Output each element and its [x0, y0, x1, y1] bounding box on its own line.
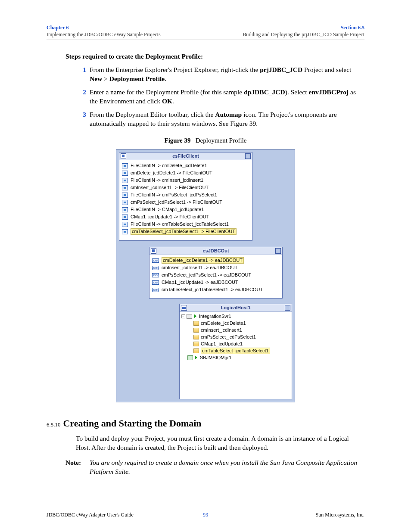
footer-left: JDBC/ODBC eWay Adapter User's Guide: [47, 511, 134, 518]
mapping-row[interactable]: JDBCcmPsSelect_jcdPsSelect1 -> eaJDBCOUT: [152, 271, 280, 279]
mapping-row[interactable]: FileClientIN -> cmDelete_jcdDelete1: [122, 162, 249, 169]
note-block: Note: You are only required to create a …: [65, 458, 364, 476]
jdbc-icon: JDBC: [152, 273, 159, 277]
component-icon: [193, 328, 199, 333]
step-number: 3: [76, 110, 86, 128]
conn-icon: [122, 178, 128, 183]
jdbc-icon: JDBC: [152, 288, 159, 292]
mapping-row[interactable]: FileClientIN -> cmTableSelect_jcdTableSe…: [122, 221, 249, 228]
conn-icon: [122, 193, 128, 198]
minimize-icon[interactable]: [285, 305, 290, 311]
page-number: 93: [203, 511, 208, 518]
deployment-profile-figure: esFileClient FileClientIN -> cmDelete_jc…: [116, 149, 295, 402]
panel-title: esJDBCOut: [149, 247, 282, 255]
step-number: 2: [76, 88, 86, 106]
jdbc-icon: JDBC: [152, 258, 159, 263]
conn-icon: [122, 222, 128, 227]
footer-right: Sun Microsystems, Inc.: [316, 511, 364, 518]
component-icon: [193, 342, 199, 346]
arrow-icon: [194, 314, 198, 318]
jdbc-icon: JDBC: [152, 280, 159, 285]
collapse-icon[interactable]: –: [181, 314, 185, 318]
mapping-row[interactable]: FileClientIN -> CMap1_jcdUpdate1: [122, 206, 249, 213]
window-menu-icon[interactable]: [121, 153, 126, 159]
mapping-row[interactable]: cmDelete_jcdDelete1 -> FileClientOUT: [122, 169, 249, 177]
mapping-row-selected[interactable]: cmTableSelect_jcdTableSelect1 -> FileCli…: [122, 228, 249, 235]
mapping-row[interactable]: FileClientIN -> cmInsert_jcdInsert1: [122, 177, 249, 184]
conn-icon: [122, 171, 128, 176]
tree-node[interactable]: cmInsert_jcdInsert1: [181, 327, 290, 333]
component-icon: [193, 335, 199, 339]
chapter-subtitle: Implementing the JDBC/ODBC eWay Sample P…: [47, 31, 161, 38]
component-icon: [193, 321, 199, 326]
queue-icon: [187, 355, 193, 360]
server-icon: [187, 314, 192, 319]
mapping-row[interactable]: CMap1_jcdUpdate1 -> FileClientOUT: [122, 213, 249, 221]
section-paragraph: To build and deploy your Project, you mu…: [76, 434, 364, 452]
mapping-row[interactable]: JDBCcmTableSelect_jcdTableSelect1 -> eaJ…: [152, 286, 280, 293]
mapping-row[interactable]: FileClientIN -> cmPsSelect_jcdPsSelect1: [122, 191, 249, 199]
conn-icon: [122, 200, 128, 205]
page-footer: JDBC/ODBC eWay Adapter User's Guide 93 S…: [47, 511, 364, 518]
mapping-row[interactable]: cmInsert_jcdInsert1 -> FileClientOUT: [122, 184, 249, 191]
step-item: 1 From the Enterprise Explorer's Project…: [76, 65, 364, 84]
conn-icon: [122, 215, 128, 220]
mapping-row[interactable]: JDBCcmInsert_jcdInsert1 -> eaJDBCOUT: [152, 264, 280, 271]
window-menu-icon[interactable]: [181, 305, 187, 311]
section-title: Creating and Starting the Domain: [63, 417, 202, 430]
mapping-row-selected[interactable]: JDBCcmDelete_jcdDelete1 -> eaJDBCOUT: [152, 257, 280, 264]
panel-esjdbcout: esJDBCOut JDBCcmDelete_jcdDelete1 -> eaJ…: [149, 247, 283, 299]
tree-node[interactable]: cmDelete_jcdDelete1: [181, 320, 290, 327]
conn-icon: [122, 229, 128, 234]
step-body: Enter a name for the Deployment Profile …: [90, 88, 364, 106]
tree-node[interactable]: – IntegrationSvr1: [181, 313, 290, 320]
page-header: Chapter 6 Implementing the JDBC/ODBC eWa…: [47, 24, 364, 40]
section-subtitle: Building and Deploying the prjJDBC_JCD S…: [243, 31, 364, 38]
panel-title: esFileClient: [119, 152, 252, 160]
mapping-row[interactable]: cmPsSelect_jcdPsSelect1 -> FileClientOUT: [122, 199, 249, 206]
window-menu-icon[interactable]: [151, 248, 156, 254]
step-body: From the Enterprise Explorer's Project E…: [90, 65, 364, 84]
panel-esfileclient: esFileClient FileClientIN -> cmDelete_jc…: [119, 152, 252, 241]
note-label: Note:: [65, 458, 90, 476]
conn-icon: [122, 207, 128, 212]
step-item: 3 From the Deployment Editor toolbar, cl…: [76, 110, 364, 128]
arrow-icon: [195, 355, 199, 360]
figure-caption: Figure 39 Deployment Profile: [47, 136, 364, 145]
section-heading: 6.5.10 Creating and Starting the Domain: [47, 417, 364, 430]
mapping-row[interactable]: JDBCCMap1_jcdUpdate1 -> eaJDBCOUT: [152, 279, 280, 286]
tree-node[interactable]: SBJMSIQMgr1: [181, 354, 290, 361]
step-body: From the Deployment Editor toolbar, clic…: [90, 110, 364, 128]
tree-node[interactable]: cmPsSelect_jcdPsSelect1: [181, 333, 290, 340]
step-item: 2 Enter a name for the Deployment Profil…: [76, 88, 364, 106]
conn-icon: [122, 163, 128, 168]
panel-title: LogicalHost1: [180, 304, 292, 312]
steps-heading: Steps required to create the Deployment …: [65, 52, 364, 61]
jdbc-icon: JDBC: [152, 266, 159, 270]
panel-logicalhost: LogicalHost1 – IntegrationSvr1 cmDelete_…: [179, 304, 292, 399]
minimize-icon[interactable]: [245, 153, 251, 159]
tree-node[interactable]: CMap1_jcdUpdate1: [181, 340, 290, 347]
minimize-icon[interactable]: [275, 248, 281, 254]
section-link[interactable]: Section 6.5: [243, 24, 364, 31]
step-number: 1: [76, 65, 86, 84]
section-number: 6.5.10: [47, 421, 61, 429]
note-body: You are only required to create a domain…: [90, 458, 364, 476]
component-icon: [193, 348, 199, 353]
chapter-link[interactable]: Chapter 6: [47, 24, 161, 31]
tree-node-selected[interactable]: cmTableSelect_jcdTableSelect1: [181, 347, 290, 354]
conn-icon: [122, 185, 128, 190]
